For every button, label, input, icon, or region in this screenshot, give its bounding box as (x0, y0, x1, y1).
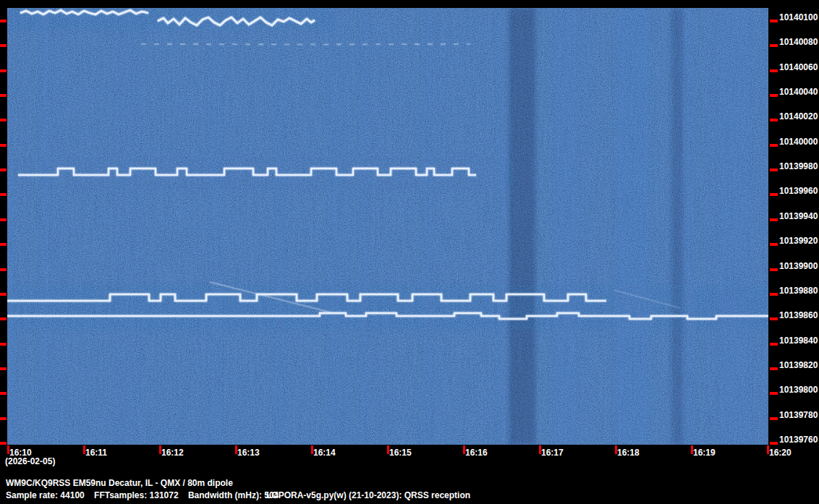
freq-tick-right (770, 417, 778, 420)
freq-tick-left (0, 293, 7, 296)
station-info-label: WM9C/KQ9RSS EM59nu Decatur, IL - QMX / 8… (6, 478, 233, 488)
freq-tick-left (0, 168, 7, 171)
freq-axis-label: 10139920 (779, 236, 818, 246)
freq-axis-label: 10140020 (779, 112, 818, 121)
time-axis-label: 16:20 (769, 448, 792, 458)
freq-tick-right (770, 293, 778, 296)
freq-axis-label: 10140000 (779, 137, 818, 147)
freq-axis-label: 10139900 (779, 262, 818, 271)
freq-axis-label: 10139960 (779, 187, 818, 196)
freq-tick-right (770, 392, 778, 395)
freq-axis-label: 10140080 (779, 38, 818, 47)
time-axis-label: 16:17 (541, 448, 564, 458)
freq-axis-label: 10139860 (779, 311, 818, 320)
freq-tick-right (770, 119, 778, 121)
qrss-grabber-screen: 1014010010140080101400601014004010140020… (0, 0, 819, 504)
time-axis-label: 16:16 (465, 448, 488, 458)
freq-tick-right (770, 367, 778, 370)
time-axis-label: 16:12 (161, 448, 184, 458)
freq-tick-right (770, 144, 778, 147)
freq-tick-right (770, 218, 778, 221)
freq-tick-right (770, 69, 778, 72)
freq-tick-left (0, 268, 7, 271)
freq-tick-left (0, 367, 7, 370)
freq-axis-label: 10139780 (779, 411, 818, 420)
software-version-label: LOPORA-v5g.py(w) (21-10-2023): QRSS rece… (266, 490, 470, 500)
freq-tick-left (0, 442, 7, 445)
freq-tick-left (0, 69, 7, 72)
freq-tick-left (0, 317, 7, 320)
freq-tick-right (770, 20, 778, 22)
freq-tick-right (770, 317, 778, 320)
freq-tick-left (0, 119, 7, 121)
freq-tick-left (0, 417, 7, 420)
freq-tick-right (770, 44, 778, 47)
freq-tick-right (770, 243, 778, 246)
time-axis-label: 16:19 (693, 448, 716, 458)
freq-tick-right (770, 193, 778, 196)
freq-tick-left (0, 44, 7, 47)
freq-tick-right (770, 94, 778, 97)
freq-tick-right (770, 343, 778, 346)
freq-tick-left (0, 20, 7, 22)
time-axis-label: 16:14 (313, 448, 336, 458)
freq-axis-label: 10139980 (779, 162, 818, 171)
time-axis-label: 16:11 (85, 448, 107, 458)
freq-tick-left (0, 144, 7, 147)
freq-axis-label: 10139940 (779, 212, 818, 221)
time-axis-label: 16:18 (617, 448, 640, 458)
freq-axis-label: 10139760 (779, 435, 818, 445)
noise-vertical-streaks (7, 8, 768, 445)
freq-tick-left (0, 94, 7, 97)
spectrogram-plot (7, 8, 768, 445)
freq-tick-right (770, 442, 778, 445)
freq-tick-left (0, 343, 7, 346)
freq-axis-label: 10140060 (779, 63, 818, 72)
freq-axis-label: 10140100 (779, 13, 818, 22)
freq-tick-left (0, 392, 7, 395)
freq-tick-left (0, 218, 7, 221)
freq-tick-right (770, 268, 778, 271)
date-label: (2026-02-05) (5, 456, 55, 466)
freq-tick-right (770, 168, 778, 171)
time-axis-label: 16:13 (237, 448, 260, 458)
dsp-params-label: Sample rate: 44100 FFTsamples: 131072 Ba… (6, 490, 279, 500)
freq-axis-label: 10139820 (779, 361, 818, 370)
freq-axis-label: 10139840 (779, 336, 818, 346)
freq-axis-label: 10139880 (779, 286, 818, 296)
time-axis-label: 16:15 (389, 448, 412, 458)
freq-tick-left (0, 243, 7, 246)
freq-axis-label: 10140040 (779, 87, 818, 97)
freq-axis-label: 10139800 (779, 385, 818, 395)
freq-tick-left (0, 193, 7, 196)
